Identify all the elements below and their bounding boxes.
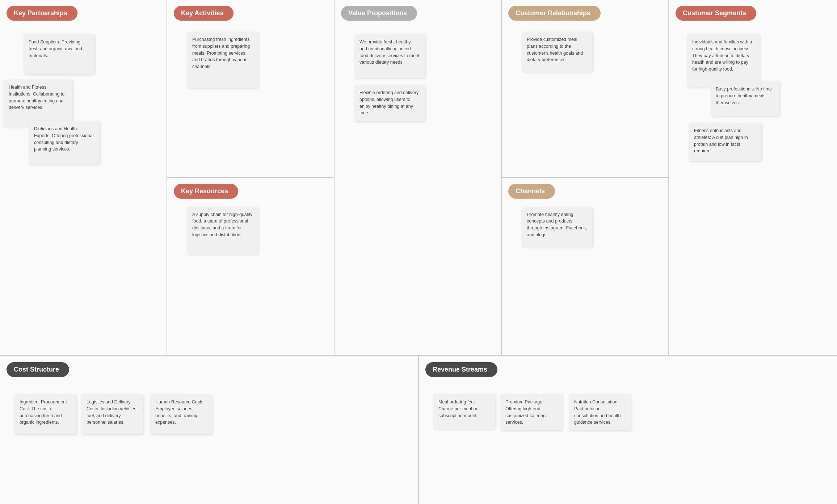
top-section: Key Partnerships Food Suppliers: Providi…	[0, 0, 837, 356]
note-supply-chain[interactable]: A supply chain for high-quality food, a …	[187, 207, 258, 254]
col-key-partnerships: Key Partnerships Food Suppliers: Providi…	[0, 0, 167, 355]
col-cost-structure: Cost Structure Ingredient Procurement Co…	[0, 356, 419, 504]
note-fresh-healthy[interactable]: We provide fresh, healthy, and nutrition…	[354, 34, 425, 78]
revenue-streams-tag: Revenue Streams	[425, 362, 497, 377]
col-key-resources: Key Resources A supply chain for high-qu…	[167, 178, 334, 355]
col-value-propositions: Value Propositions We provide fresh, hea…	[335, 0, 502, 355]
note-purchasing[interactable]: Purchasing fresh ingredients from suppli…	[187, 32, 258, 88]
business-model-canvas: Key Partnerships Food Suppliers: Providi…	[0, 0, 837, 504]
note-premium-package[interactable]: Premium Package: Offering high-end custo…	[500, 394, 562, 430]
col-customer-relationships: Customer Relationships Provide customize…	[502, 0, 668, 178]
value-propositions-tag: Value Propositions	[341, 6, 417, 21]
col-customer-segments: Customer Segments Individuals and famili…	[669, 0, 837, 355]
customer-relationships-tag: Customer Relationships	[508, 6, 601, 21]
note-customized-meals[interactable]: Provide customized meal plans according …	[522, 32, 592, 72]
note-nutrition-consultation[interactable]: Nutrition Consultation: Paid nutrition c…	[569, 394, 631, 430]
channels-tag: Channels	[508, 184, 555, 199]
col-key-activities: Key Activities Purchasing fresh ingredie…	[167, 0, 334, 178]
note-fitness-enthusiasts[interactable]: Fitness enthusiasts and athletes: A diet…	[689, 123, 761, 161]
note-food-suppliers[interactable]: Food Suppliers: Providing fresh and orga…	[24, 34, 94, 74]
note-meal-ordering[interactable]: Meal ordering fee: Charge per meal or su…	[433, 394, 495, 429]
col-activities-resources: Key Activities Purchasing fresh ingredie…	[167, 0, 335, 355]
key-activities-tag: Key Activities	[174, 6, 234, 21]
customer-segments-tag: Customer Segments	[676, 6, 756, 21]
note-dieticians[interactable]: Dieticians and Health Experts: Offering …	[29, 121, 100, 165]
bottom-section: Cost Structure Ingredient Procurement Co…	[0, 356, 837, 504]
note-individuals-families[interactable]: Individuals and families with a strong h…	[687, 34, 760, 87]
cost-structure-tag: Cost Structure	[7, 362, 69, 377]
note-health-fitness[interactable]: Health and Fitness Institutions: Collabo…	[4, 80, 72, 127]
col-channels: Channels Promote healthy eating concepts…	[502, 178, 668, 355]
key-resources-tag: Key Resources	[174, 184, 238, 199]
note-ingredient-cost[interactable]: Ingredient Procurement Cost: The cost of…	[14, 394, 76, 434]
note-flexible-ordering[interactable]: Flexible ordering and delivery options, …	[354, 85, 425, 121]
key-partnerships-tag: Key Partnerships	[7, 6, 77, 21]
col-revenue-streams: Revenue Streams Meal ordering fee: Charg…	[419, 356, 837, 504]
note-busy-professionals[interactable]: Busy professionals: No time to prepare h…	[711, 81, 779, 116]
note-logistics-cost[interactable]: Logistics and Delivery Costs: Including …	[81, 394, 143, 434]
note-hr-cost[interactable]: Human Resource Costs: Employee salaries,…	[150, 394, 212, 434]
col-relationships-channels: Customer Relationships Provide customize…	[502, 0, 669, 355]
note-promote-healthy[interactable]: Promote healthy eating concepts and prod…	[522, 207, 592, 247]
